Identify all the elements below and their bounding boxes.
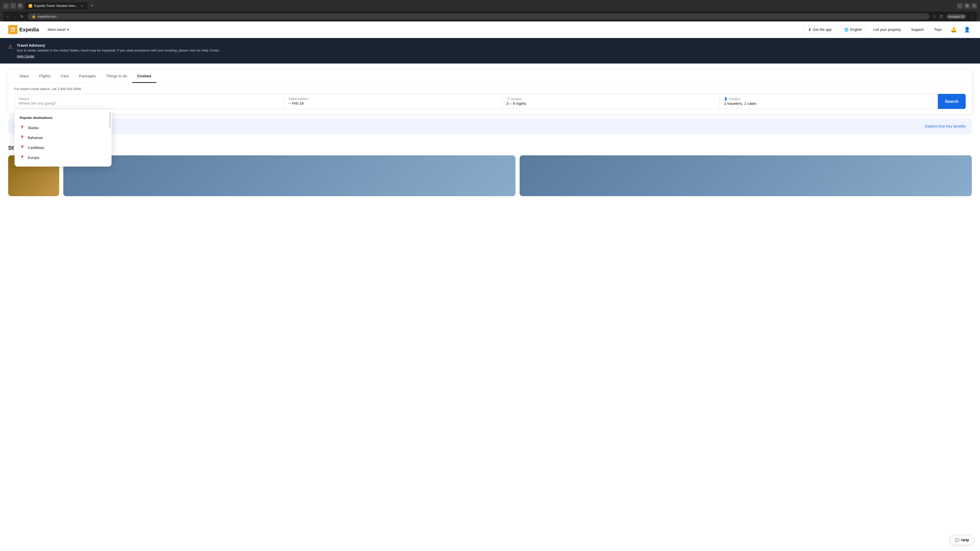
- help-btn[interactable]: 💬 Help: [950, 535, 974, 545]
- destination-caribbean[interactable]: 📍 Caribbean: [14, 143, 111, 152]
- chevron-down-icon: ▾: [67, 27, 69, 32]
- going-to-field[interactable]: Going to Where are you going? Popular de…: [14, 94, 284, 109]
- destination-label: Alaska: [28, 126, 38, 130]
- window-controls: ‹ › ↻: [3, 3, 23, 9]
- going-to-label: Going to: [19, 97, 280, 100]
- header-left: Expedia More travel ▾: [8, 25, 72, 34]
- notifications-btn[interactable]: 🔔: [949, 25, 958, 34]
- help-label: Help: [961, 538, 969, 542]
- new-tab-btn[interactable]: +: [89, 2, 95, 10]
- more-travel-label: More travel: [48, 27, 65, 32]
- cruise-advice: For expert cruise advice, call 1-800-916…: [14, 87, 966, 91]
- help-center-link[interactable]: Help Center: [17, 54, 35, 58]
- toolbar-icons: ☆ ⊡ Incognito (2) ⋮: [932, 14, 974, 19]
- travelers-field[interactable]: 👤 Travelers 2 travelers, 1 cabin: [720, 94, 938, 109]
- dropdown-section-title: Popular destinations: [14, 114, 111, 122]
- stays-cards: [8, 156, 972, 196]
- language-label: English: [850, 27, 862, 32]
- sailing-between-field[interactable]: Sailing between – Feb 16: [284, 94, 502, 109]
- sailing-between-value: – Feb 16: [289, 101, 498, 105]
- search-widget: Stays Flights Cars Packages Things to do…: [8, 70, 972, 114]
- going-to-value: Where are you going?: [19, 101, 280, 105]
- address-input-field[interactable]: 🔒 expedia.com: [27, 13, 929, 20]
- stay-card-2[interactable]: [63, 156, 515, 196]
- browser-chrome: ‹ › ↻ E Expedia Travel: Vacation Hom... …: [0, 0, 980, 21]
- url-text: expedia.com: [38, 14, 57, 18]
- restore-btn[interactable]: ⧉: [964, 3, 970, 9]
- destination-label: Caribbean: [28, 146, 45, 150]
- lock-icon: 🔒: [32, 14, 36, 18]
- tab-cruises[interactable]: Cruises: [132, 70, 156, 83]
- split-view-icon[interactable]: ⊡: [940, 14, 943, 19]
- logo-icon: [8, 25, 18, 34]
- destinations-dropdown: Popular destinations 📍 Alaska 📍 Bahamas …: [14, 110, 111, 167]
- header-right: ⬇ Get the app 🌐 English List your proper…: [804, 25, 972, 34]
- duration-label: 🕐 Duration: [506, 97, 716, 100]
- stay-card-3[interactable]: [520, 156, 972, 196]
- destination-alaska[interactable]: 📍 Alaska: [14, 123, 111, 133]
- language-btn[interactable]: 🌐 English: [840, 25, 866, 34]
- duration-value: 3 – 9 nights: [506, 101, 716, 106]
- travelers-label: 👤 Travelers: [724, 97, 933, 100]
- incognito-badge[interactable]: Incognito (2): [947, 14, 966, 19]
- forward-btn[interactable]: ›: [13, 13, 16, 20]
- tab-bar: E Expedia Travel: Vacation Hom... ✕ +: [25, 2, 95, 10]
- one-key-banner: K eligible booking you make. Get started…: [8, 118, 972, 135]
- advisory-title: Travel Advisory: [17, 43, 220, 48]
- clock-icon: 🕐: [506, 97, 510, 100]
- get-app-label: Get the app: [813, 27, 832, 32]
- person-icon: 👤: [724, 97, 728, 100]
- nav-back-btn[interactable]: ‹: [3, 3, 9, 9]
- list-property-btn[interactable]: List your property: [870, 25, 904, 34]
- tab-favicon: E: [29, 4, 32, 8]
- tab-cars[interactable]: Cars: [56, 70, 74, 83]
- back-btn[interactable]: ‹: [6, 13, 10, 20]
- advisory-banner: ⚠ Travel Advisory Due to winter weather …: [0, 38, 980, 64]
- more-travel-btn[interactable]: More travel ▾: [45, 26, 72, 33]
- tab-stays[interactable]: Stays: [14, 70, 34, 83]
- location-icon: 📍: [20, 125, 25, 130]
- duration-field[interactable]: 🕐 Duration 3 – 9 nights: [502, 94, 720, 109]
- active-tab[interactable]: E Expedia Travel: Vacation Hom... ✕: [25, 2, 88, 10]
- warning-icon: ⚠: [8, 44, 13, 50]
- support-btn[interactable]: Support: [908, 25, 927, 34]
- search-form-area: For expert cruise advice, call 1-800-916…: [8, 83, 972, 114]
- location-icon: 📍: [20, 135, 25, 140]
- logo-text: Expedia: [19, 27, 39, 33]
- advisory-body: Due to winter weather in the United Stat…: [17, 48, 220, 52]
- tab-flights[interactable]: Flights: [34, 70, 56, 83]
- help-icon: 💬: [955, 538, 959, 542]
- account-btn[interactable]: 👤: [963, 25, 972, 34]
- menu-icon[interactable]: ⋮: [970, 14, 974, 19]
- location-icon: 📍: [20, 155, 25, 160]
- location-icon: 📍: [20, 145, 25, 150]
- advisory-content: Travel Advisory Due to winter weather in…: [17, 43, 220, 59]
- trips-btn[interactable]: Trips: [931, 25, 945, 34]
- tab-title: Expedia Travel: Vacation Hom...: [34, 4, 78, 8]
- expedia-header: Expedia More travel ▾ ⬇ Get the app 🌐 En…: [0, 21, 980, 38]
- globe-icon: 🌐: [844, 27, 849, 32]
- stays-title: St: [8, 144, 972, 151]
- address-bar: ‹ › ↻ 🔒 expedia.com ☆ ⊡ Incognito (2) ⋮: [3, 11, 977, 21]
- nav-forward-btn[interactable]: ›: [10, 3, 16, 9]
- close-btn[interactable]: ✕: [971, 3, 977, 9]
- page-content: Expedia More travel ▾ ⬇ Get the app 🌐 En…: [0, 21, 980, 551]
- get-app-btn[interactable]: ⬇ Get the app: [804, 25, 836, 34]
- destination-bahamas[interactable]: 📍 Bahamas: [14, 133, 111, 143]
- search-tabs: Stays Flights Cars Packages Things to do…: [8, 70, 972, 83]
- expedia-logo[interactable]: Expedia: [8, 25, 39, 34]
- minimize-btn[interactable]: ─: [957, 3, 963, 9]
- tab-close-btn[interactable]: ✕: [80, 4, 84, 8]
- reload-btn[interactable]: ↻: [19, 13, 24, 20]
- browser-top-bar: ‹ › ↻ E Expedia Travel: Vacation Hom... …: [3, 2, 977, 10]
- bookmark-icon[interactable]: ☆: [932, 14, 936, 19]
- tab-things-to-do[interactable]: Things to do: [101, 70, 132, 83]
- nav-refresh-btn[interactable]: ↻: [18, 3, 23, 9]
- tab-packages[interactable]: Packages: [74, 70, 101, 83]
- search-btn[interactable]: Search: [938, 94, 966, 109]
- travelers-value: 2 travelers, 1 cabin: [724, 101, 933, 106]
- destination-europe[interactable]: 📍 Europe: [14, 152, 111, 162]
- stays-section: St: [0, 138, 980, 202]
- explore-one-key-link[interactable]: Explore One Key benefits: [925, 124, 966, 128]
- scrollbar[interactable]: [110, 112, 110, 127]
